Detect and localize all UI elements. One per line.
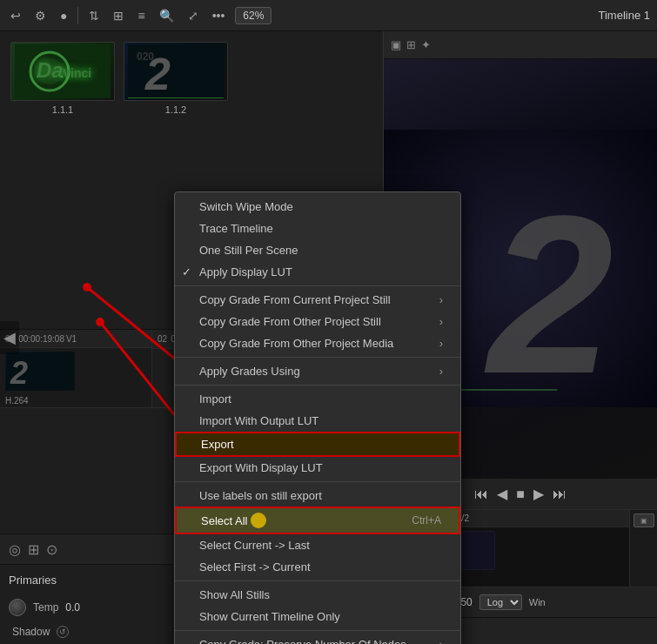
thumb-label-2: 1.1.2 bbox=[165, 104, 186, 115]
menu-item-import[interactable]: Import bbox=[175, 388, 460, 410]
settings-icon[interactable]: ⚙ bbox=[31, 7, 50, 24]
menu-item-copy-nodes[interactable]: Copy Grade: Preserve Number Of Nodes › bbox=[175, 634, 460, 644]
menu-item-export[interactable]: Export bbox=[175, 432, 460, 457]
viewer-toolbar: ▣ ⊞ ✦ bbox=[384, 31, 657, 59]
search-icon[interactable]: 🔍 bbox=[156, 7, 178, 24]
menu-label-use-labels: Use labels on still export bbox=[199, 489, 322, 502]
divider-1 bbox=[77, 7, 78, 24]
viewer-toolbar-icons: ▣ ⊞ ✦ bbox=[391, 38, 431, 51]
menu-item-select-current-last[interactable]: Select Current -> Last bbox=[175, 534, 460, 556]
menu-label-export-lut: Export With Display LUT bbox=[199, 461, 323, 474]
grade-knob-a[interactable] bbox=[9, 599, 26, 616]
checkmark-lut: ✓ bbox=[182, 265, 191, 278]
menu-item-apply-lut[interactable]: ✓ Apply Display LUT bbox=[175, 261, 460, 283]
thumb-image-2: 2 020 bbox=[124, 42, 228, 101]
media-thumb-2[interactable]: 2 020 1.1.2 bbox=[124, 42, 228, 115]
thumb-label-1: 1.1.1 bbox=[52, 104, 73, 115]
temp-label: Temp bbox=[33, 601, 58, 614]
undo-icon[interactable]: ↩ bbox=[7, 7, 24, 24]
menu-label-copy-nodes: Copy Grade: Preserve Number Of Nodes bbox=[199, 638, 406, 644]
grid-ctrl-icon[interactable]: ⊞ bbox=[28, 541, 39, 558]
menu-item-show-all[interactable]: Show All Stills bbox=[175, 584, 460, 606]
menu-item-copy-other-media[interactable]: Copy Grade From Other Project Media › bbox=[175, 332, 460, 354]
nav-left-arrow[interactable]: ◀ bbox=[0, 321, 19, 354]
clip-format-01: H.264 bbox=[0, 394, 151, 407]
viewer-icon-2[interactable]: ⊞ bbox=[406, 38, 416, 51]
menu-item-switch-wipe[interactable]: Switch Wipe Mode bbox=[175, 196, 460, 218]
menu-label-one-still: One Still Per Scene bbox=[199, 244, 298, 257]
menu-item-copy-other-still[interactable]: Copy Grade From Other Project Still › bbox=[175, 311, 460, 332]
menu-item-select-all[interactable]: Select All Ctrl+A bbox=[175, 506, 460, 534]
right-side-btn[interactable]: ▣ bbox=[634, 513, 654, 527]
context-menu: Switch Wipe Mode Trace Timeline One Stil… bbox=[174, 191, 461, 644]
color-wheel-icon[interactable]: ◎ bbox=[9, 541, 21, 558]
menu-item-apply-grades[interactable]: Apply Grades Using › bbox=[175, 360, 460, 382]
svg-text:020: 020 bbox=[137, 50, 154, 63]
arrow-copy-current: › bbox=[439, 293, 443, 306]
media-thumb-1[interactable]: Da Vinci 1.1.1 bbox=[10, 42, 115, 115]
arrow-apply-grades: › bbox=[439, 365, 443, 378]
menu-label-trace: Trace Timeline bbox=[199, 222, 273, 235]
prev-btn[interactable]: ⏮ bbox=[474, 486, 488, 502]
temp-value: 0.0 bbox=[65, 601, 80, 614]
target-icon[interactable]: ⊙ bbox=[46, 541, 57, 558]
viewer-icon-1[interactable]: ▣ bbox=[391, 38, 401, 51]
menu-label-import-lut: Import With Output LUT bbox=[199, 414, 318, 427]
menu-label-select-current-last: Select Current -> Last bbox=[199, 539, 310, 552]
next-btn[interactable]: ⏭ bbox=[553, 486, 566, 502]
clip-thumb-01[interactable]: 2 bbox=[5, 352, 75, 391]
play-btn[interactable]: ▶ bbox=[533, 486, 544, 502]
svg-text:Vinci: Vinci bbox=[63, 66, 91, 80]
log-select[interactable]: Log bbox=[479, 594, 522, 610]
viewer-icon-3[interactable]: ✦ bbox=[421, 38, 431, 51]
menu-item-show-current[interactable]: Show Current Timeline Only bbox=[175, 606, 460, 627]
menu-item-one-still[interactable]: One Still Per Scene bbox=[175, 239, 460, 261]
app-container: ↩ ⚙ ● ⇅ ⊞ ≡ 🔍 ⤢ ••• 62% Timeline 1 Da bbox=[0, 0, 657, 644]
shadow-reset-btn[interactable]: ↺ bbox=[57, 626, 69, 638]
menu-label-switch-wipe: Switch Wipe Mode bbox=[199, 200, 293, 213]
track-header-01: 01 00:00:19:08 V1 bbox=[0, 330, 151, 348]
zoom-display[interactable]: 62% bbox=[235, 7, 272, 24]
sep-3 bbox=[175, 385, 460, 386]
back-btn[interactable]: ◀ bbox=[497, 486, 507, 502]
menu-item-use-labels[interactable]: Use labels on still export bbox=[175, 485, 460, 506]
timeline-title: Timeline 1 bbox=[599, 9, 650, 22]
track-timecode-01: 00:00:19:08 bbox=[18, 334, 64, 344]
menu-item-export-lut[interactable]: Export With Display LUT bbox=[175, 457, 460, 479]
more-icon[interactable]: ••• bbox=[209, 7, 229, 24]
menu-label-copy-current: Copy Grade From Current Project Still bbox=[199, 293, 391, 306]
list-icon[interactable]: ≡ bbox=[134, 7, 148, 24]
track-num-02: 02 bbox=[158, 334, 167, 344]
stop-btn[interactable]: ■ bbox=[516, 486, 525, 502]
sep-5 bbox=[175, 580, 460, 581]
shadow-label: Shadow bbox=[12, 626, 50, 638]
menu-item-select-first-current[interactable]: Select First -> Current bbox=[175, 556, 460, 578]
dot-icon[interactable]: ● bbox=[57, 7, 70, 24]
menu-label-copy-other-still: Copy Grade From Other Project Still bbox=[199, 315, 381, 328]
menu-label-select-all: Select All bbox=[201, 514, 247, 527]
arrow-copy-other-media: › bbox=[439, 337, 443, 350]
sep-2 bbox=[175, 357, 460, 358]
sep-4 bbox=[175, 481, 460, 482]
sort-icon[interactable]: ⇅ bbox=[85, 7, 103, 24]
menu-item-trace[interactable]: Trace Timeline bbox=[175, 218, 460, 239]
timeline-info-left: 01 00:00:19:08 V1 2 bbox=[0, 330, 152, 407]
right-panel-side: ▣ bbox=[629, 510, 657, 587]
menu-item-copy-current[interactable]: Copy Grade From Current Project Still › bbox=[175, 289, 460, 311]
shortcut-select-all: Ctrl+A bbox=[412, 514, 441, 527]
menu-label-export: Export bbox=[201, 438, 234, 451]
menu-label-copy-other-media: Copy Grade From Other Project Media bbox=[199, 337, 393, 350]
select-all-badge bbox=[251, 513, 266, 528]
svg-text:2: 2 bbox=[10, 355, 28, 390]
svg-point-4 bbox=[37, 58, 63, 84]
menu-label-show-all: Show All Stills bbox=[199, 588, 270, 601]
menu-item-import-lut[interactable]: Import With Output LUT bbox=[175, 410, 460, 432]
sep-1 bbox=[175, 285, 460, 286]
menu-label-import: Import bbox=[199, 392, 231, 406]
expand-icon[interactable]: ⤢ bbox=[184, 7, 202, 24]
clip-info-01: 2 bbox=[0, 348, 151, 394]
main-toolbar: ↩ ⚙ ● ⇅ ⊞ ≡ 🔍 ⤢ ••• 62% Timeline 1 bbox=[0, 0, 657, 31]
menu-label-select-first-current: Select First -> Current bbox=[199, 560, 311, 574]
grid-icon[interactable]: ⊞ bbox=[110, 7, 127, 24]
track-v1: V1 bbox=[66, 334, 77, 344]
